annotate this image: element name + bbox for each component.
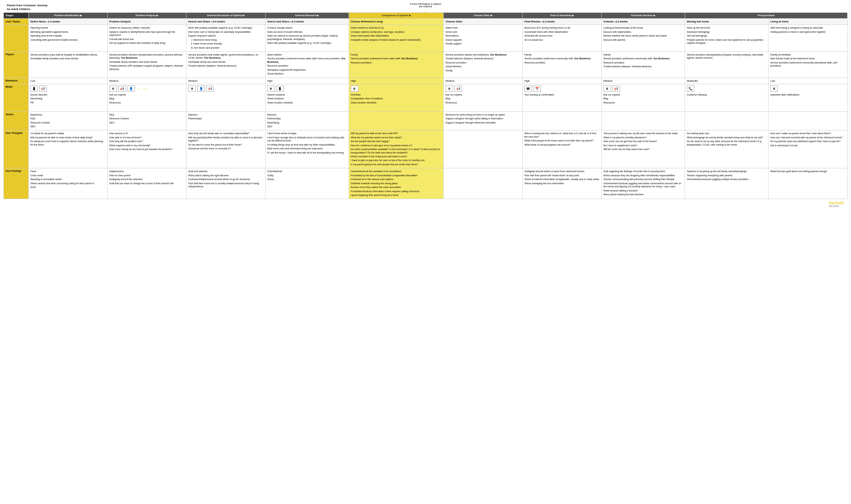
footer-date: Feb 2016 [829, 205, 844, 207]
speaker4-icon: 📢 [454, 86, 462, 92]
players-external: Adult children Service providers (retire… [265, 52, 349, 78]
tactics-row: Tactics Awareness FAQ Resource Content S… [4, 111, 848, 130]
tasks-problem-id: Planning funeral Attending specialist's … [28, 25, 107, 52]
thoughts-5 [444, 130, 523, 168]
tactics-9 [768, 111, 848, 130]
calendar-icon: 📅 [533, 86, 541, 92]
relevance-row: Relevance Low Medium Medium High High Me… [4, 78, 848, 84]
thoughts-4: Will my parent be able to live here unti… [349, 130, 443, 168]
media-6: ☎ 📅 Tour booking & confirmation [522, 84, 601, 111]
row-label-feelings: User Feelings [4, 168, 29, 199]
monitor4-icon: 🖥 [351, 86, 358, 92]
subheader-living: Living at home [768, 19, 848, 25]
tasks-moving: Pack up the old home Downsize belongings… [685, 25, 768, 52]
subheader-choose-rl: Choose Retirement Living [349, 19, 443, 25]
thoughts-3: I don't know where to begin I don't have… [265, 130, 349, 168]
stage-comparison: Comparison of Options ▶ [349, 13, 443, 19]
subheader-choose-other: Choose Other [444, 19, 523, 25]
subheader-moving: Moving into home [685, 19, 768, 25]
relevance-6: High [522, 78, 601, 84]
monitor6-icon: 🖥 [603, 86, 611, 92]
person2-icon: 👤 [197, 86, 205, 92]
row-label-tasks [4, 25, 29, 52]
tasks-purchase: Looking at finances/sale of the house Di… [601, 25, 685, 52]
players-purchase: Family Service providers (retirement com… [601, 52, 685, 78]
media-5: 🖥 📢 Ask our experts Blog Resources [444, 84, 523, 111]
feelings-5 [444, 168, 523, 199]
relevance-4: High [349, 78, 443, 84]
tasks-external: Conduct Google search Seek out word of m… [265, 25, 349, 52]
top-header: Parent Care Customer Journey for Adult C… [3, 3, 848, 11]
monitor5-icon: 🖥 [445, 86, 453, 92]
monitor2-icon: 🖥 [188, 86, 196, 92]
tactics-6 [522, 111, 601, 130]
user-feelings-row: User Feelings Panic Crisis mode Reacting… [4, 168, 848, 199]
relevance-7: Medium [601, 78, 685, 84]
media-3: 🖥 📱 Search locations Share locations Sha… [265, 84, 349, 111]
stages-label: Stages [4, 13, 29, 19]
tactics-7 [601, 111, 685, 130]
top-note: If more information or options are requi… [410, 3, 441, 13]
user-tasks-sublabel: User Tasks [4, 19, 29, 25]
tactics-3: Advisors Partnerships Advertising SEO [265, 111, 349, 130]
media-row: Media 📱 📢 Social channels Advertising PR… [4, 84, 848, 111]
row-label-media: Media [4, 84, 29, 111]
tasks-comparison: Select homes to short-list (1-4) Compare… [349, 25, 443, 52]
relevance-9: Low [768, 78, 848, 84]
footer: SayYeah! Feb 2016 [3, 201, 848, 207]
relevance-1: Medium [107, 78, 186, 84]
media-0: 📱 📢 Social channels Advertising PR [28, 84, 107, 111]
players-row: Players Service providers (care staff at… [4, 52, 848, 78]
relevance-5: Medium [444, 78, 523, 84]
page-title: Parent Care Customer Journey for Adult C… [7, 3, 48, 11]
tactics-5: Resource for when living at home is no l… [444, 111, 523, 130]
players-problem-id: Service providers (care staff at hospita… [28, 52, 107, 78]
phone-icon: 📱 [30, 86, 38, 92]
monitor7-icon: 🖥 [770, 86, 778, 92]
brand-logo: SayYeah! [829, 201, 844, 205]
thoughts-9: How can I make my parent know that I car… [768, 130, 848, 168]
stage-problem-analysis: Problem Analysis ▶ [107, 13, 186, 19]
stage-problem-id: Problem Identification ▶ [28, 13, 107, 19]
tablet-icon: 📱 [276, 86, 284, 92]
row-label-players: Players [4, 52, 29, 78]
stage-internal: Internal Discussion of Options ▶ [186, 13, 265, 19]
subheader-define: Define Need—1-2 weeks [28, 19, 107, 25]
tactics-0: Awareness FAQ Resource Content SEO [28, 111, 107, 130]
thoughts-7: This process is taking over my life and … [601, 130, 685, 168]
media-4: 🖥 Shortlists Comparative view of locatio… [349, 84, 443, 111]
players-comparison: Family Service providers (retirement hom… [349, 52, 443, 78]
feelings-1: Helplessness Fear for their parent Ambig… [107, 168, 186, 199]
tactics-8 [685, 111, 768, 130]
players-moving: Service providers (downgrading company, … [685, 52, 768, 78]
monitor-icon: 🖥 [109, 86, 117, 92]
feelings-2: Guilt and sadness Worry about making the… [186, 168, 265, 199]
journey-table: Stages Problem Identification ▶ Problem … [3, 12, 848, 199]
row-label-relevance: Relevance [4, 78, 29, 84]
players-tours: Family Service providers (retirement com… [522, 52, 601, 78]
relevance-8: Moderate [685, 78, 768, 84]
subheader-final-review: Final Review—2-3 weeks [522, 19, 601, 25]
media-9: 🖥 Important date notifications [768, 84, 848, 111]
person-icon: 👤 [127, 86, 135, 92]
user-thoughts-row: User Thoughts I'm afraid for my parent's… [4, 130, 848, 168]
tasks-problem-analysis: Search for resources (offline, internet)… [107, 25, 186, 52]
media-8: 📞 Customer followup [685, 84, 768, 111]
thoughts-6: Who is running the tour, where is it, wh… [522, 130, 601, 168]
feelings-3: Overwhelmed Guilty Shock [265, 168, 349, 199]
subheader-search2: Search and Share—2-4 weeks [265, 19, 349, 25]
stage-external: External Research ▶ [265, 13, 349, 19]
speaker-icon: 📢 [39, 86, 47, 92]
feelings-6: Ambiguity around what to expect from ret… [522, 168, 601, 199]
tasks-tours: Book tours M-F during working hours or a… [522, 25, 601, 52]
tasks-internal: Work with publicly available supports (e… [186, 25, 265, 52]
relevance-2: Medium [186, 78, 265, 84]
feelings-7: Guilt regarding the feelings of burden t… [601, 168, 685, 199]
row-label-thoughts: User Thoughts [4, 130, 29, 168]
thoughts-1: How serious is it? How safe is it to liv… [107, 130, 186, 168]
players-internal: Service providers (real estate agents, g… [186, 52, 265, 78]
relevance-3: High [265, 78, 349, 84]
feelings-0: Panic Crisis mode Reacting to immediate … [28, 168, 107, 199]
tasks-choose-other: Select from: Home care Renovations Socia… [444, 25, 523, 52]
page: Parent Care Customer Journey for Adult C… [0, 0, 851, 504]
